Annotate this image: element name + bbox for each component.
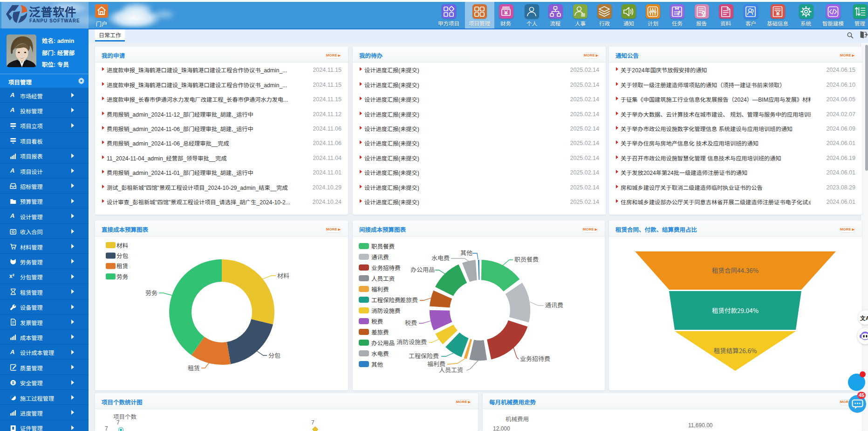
svg-text:分包: 分包	[268, 351, 280, 360]
svg-text:差旅费: 差旅费	[400, 295, 418, 304]
svg-text:福利费: 福利费	[371, 285, 389, 293]
svg-text:租赁结算26.6%: 租赁结算26.6%	[714, 346, 757, 355]
svg-text:其他: 其他	[460, 248, 472, 257]
svg-text:消防设施费: 消防设施费	[396, 337, 427, 346]
svg-text:劳务: 劳务	[116, 272, 128, 281]
svg-text:职员餐费: 职员餐费	[371, 242, 395, 250]
svg-text:租赁付款29.04%: 租赁付款29.04%	[712, 306, 759, 315]
svg-text:税费: 税费	[371, 317, 383, 326]
svg-text:业务招待费: 业务招待费	[371, 263, 401, 272]
svg-text:租赁: 租赁	[188, 363, 200, 372]
svg-text:税费: 税费	[405, 318, 417, 327]
svg-text:劳务: 劳务	[145, 288, 157, 297]
svg-text:办公用品: 办公用品	[371, 338, 395, 347]
svg-text:办公用品: 办公用品	[410, 265, 435, 274]
svg-text:材料: 材料	[116, 241, 129, 250]
svg-text:职员餐费: 职员餐费	[514, 255, 539, 264]
svg-text:人员工资: 人员工资	[371, 274, 395, 283]
svg-text:通讯费: 通讯费	[545, 300, 563, 309]
svg-text:水电费: 水电费	[431, 253, 450, 262]
svg-text:消防设施费: 消防设施费	[371, 306, 401, 315]
svg-text:通讯费: 通讯费	[371, 252, 389, 261]
svg-text:水电费: 水电费	[371, 349, 389, 358]
svg-text:福利费: 福利费	[427, 359, 445, 368]
svg-text:租赁: 租赁	[116, 261, 128, 270]
svg-text:材料: 材料	[277, 271, 289, 280]
svg-text:业务招待费: 业务招待费	[520, 354, 550, 363]
svg-text:租赁合同44.36%: 租赁合同44.36%	[712, 265, 759, 275]
svg-text:差旅费: 差旅费	[371, 327, 389, 336]
svg-text:工程保险费: 工程保险费	[371, 295, 401, 304]
svg-text:工程保险费: 工程保险费	[409, 351, 439, 360]
svg-text:分包: 分包	[116, 251, 128, 260]
svg-text:其他: 其他	[371, 360, 383, 368]
